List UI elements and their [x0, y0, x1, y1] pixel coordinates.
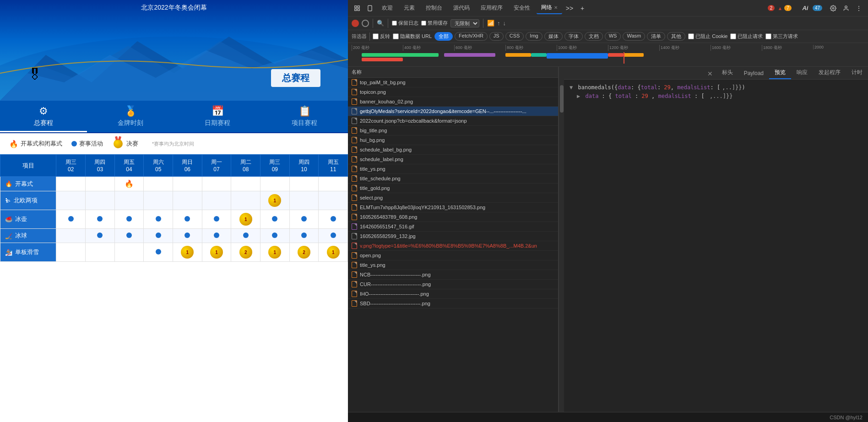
detail-tab-preview[interactable]: 预览 [769, 67, 791, 79]
detail-tab-initiator[interactable]: 发起程序 [813, 67, 846, 79]
block-cookie[interactable]: 已阻止 Cookie [688, 33, 727, 40]
filter-img[interactable]: Img [526, 32, 542, 41]
filter-divider [369, 32, 370, 41]
tab-console[interactable]: 控制台 [421, 2, 447, 14]
file-row[interactable]: schedule_label.png [348, 155, 558, 164]
file-row[interactable]: SBD------------------------------.png [348, 299, 558, 308]
detail-close-btn[interactable]: ✕ [704, 68, 716, 79]
file-row[interactable]: schedule_label_bg.png [348, 145, 558, 155]
info-badge: 47 [813, 5, 822, 11]
cache-label[interactable]: 禁用缓存 [421, 20, 448, 27]
sport-icon: 🏂 [5, 249, 12, 256]
throttle-select[interactable]: 无限制 [450, 19, 479, 27]
detail-tab-headers[interactable]: 标头 [716, 67, 738, 79]
log-label[interactable]: 保留日志 [392, 20, 418, 27]
tab-event[interactable]: 📋 项目赛程 [261, 101, 348, 132]
tab-elements[interactable]: 元素 [399, 2, 419, 14]
file-row[interactable]: CUR------------------------------.png [348, 280, 558, 289]
detail-content[interactable]: ▼ banomedals({data: {total: 29, medalsLi… [564, 80, 868, 412]
tab-gold[interactable]: 🏅 金牌时刻 [87, 101, 174, 132]
file-row[interactable]: big_title.png [348, 126, 558, 135]
filter-font[interactable]: 字体 [564, 32, 583, 41]
tab-welcome[interactable]: 欢迎 [377, 2, 397, 14]
file-row[interactable]: title_ys.png [348, 164, 558, 174]
tab-security[interactable]: 安全性 [509, 2, 535, 14]
log-checkbox[interactable] [392, 21, 397, 26]
file-row[interactable]: top_paiM_tit_bg.png [348, 78, 558, 87]
file-row[interactable]: hui_bg.png [348, 135, 558, 145]
file-row[interactable]: select.png [348, 193, 558, 203]
third-party[interactable]: 第三方请求 [765, 33, 798, 40]
filter-doc[interactable]: 文档 [585, 32, 603, 41]
activity-dot [97, 216, 103, 222]
filter-manifest[interactable]: 清单 [647, 32, 665, 41]
file-row[interactable]: title_schedule.png [348, 174, 558, 184]
detail-tab-response[interactable]: 响应 [791, 67, 813, 79]
add-tab-icon[interactable]: + [577, 3, 588, 14]
inspect-icon[interactable] [352, 3, 363, 14]
schedule-cell [114, 210, 144, 229]
hidden-data-label[interactable]: 隐藏数据 URL [393, 33, 432, 40]
user-icon[interactable] [841, 3, 852, 14]
filter-ws[interactable]: WS [605, 32, 621, 41]
file-row[interactable]: getbjOlyMedals?serviceId=2022dongao&item… [348, 107, 558, 116]
file-row[interactable]: 1605265582599_132.jpg [348, 232, 558, 241]
file-row[interactable]: NCB------------------------------.png [348, 270, 558, 280]
download-icon[interactable]: ↓ [503, 20, 506, 27]
filter-fetch[interactable]: Fetch/XHR [455, 32, 488, 41]
file-name: 2022count.jsonp?cb=ozbcallback&format=js… [360, 118, 554, 124]
block-request[interactable]: 已阻止请求 [730, 33, 763, 40]
file-list-scroll[interactable]: top_paiM_tit_bg.pngtopicon.pngbanner_kou… [348, 78, 558, 412]
detail-tab-payload[interactable]: Payload [738, 68, 769, 79]
detail-pane: ✕ 标头 Payload 预览 响应 发起程序 计时 ▼ banomedals(… [564, 67, 868, 412]
vertical-scrollbar[interactable] [559, 67, 564, 412]
file-row[interactable]: banner_kouhao_02.png [348, 97, 558, 107]
cache-checkbox[interactable] [421, 21, 426, 26]
legend-activity-label: 赛事活动 [79, 140, 103, 148]
upload-icon[interactable]: ↑ [497, 20, 500, 27]
scroll-thumb[interactable] [560, 85, 564, 113]
file-name: topicon.png [360, 89, 554, 95]
schedule-table-wrapper[interactable]: 项目 周三 02 周四 03 周五 04 [0, 154, 348, 422]
reverse-label[interactable]: 反转 [373, 33, 390, 40]
settings-icon[interactable] [828, 3, 839, 14]
detail-tab-timing[interactable]: 计时 [846, 67, 868, 79]
tab-application[interactable]: 应用程序 [476, 2, 507, 14]
filter-js[interactable]: JS [489, 32, 504, 41]
json-arrow-collapse[interactable]: ▼ [570, 84, 573, 91]
file-row[interactable]: topicon.png [348, 87, 558, 97]
filter-wasm[interactable]: Wasm [623, 32, 645, 41]
timeline-tick: 600 毫秒 [454, 45, 505, 51]
filter-all[interactable]: 全部 [434, 32, 453, 41]
timeline-area[interactable]: 200 毫秒400 毫秒600 毫秒800 毫秒1000 毫秒1200 毫秒14… [348, 43, 868, 67]
more-options-icon[interactable]: ⋮ [853, 3, 864, 14]
ai-icon[interactable]: Ai [800, 3, 811, 14]
filter-icon[interactable]: 🔍 [377, 20, 384, 27]
clear-button[interactable] [362, 20, 369, 27]
file-row[interactable]: 1605265483789_608.png [348, 212, 558, 222]
file-row[interactable]: title_gold.png [348, 184, 558, 193]
file-row[interactable]: ELMTum7xhpp8Jq8e03jIoqYK210913_163150285… [348, 203, 558, 212]
file-row[interactable]: IHO------------------------------.png [348, 289, 558, 299]
file-row[interactable]: v.png?logtype=1&title=%E6%80%BB%E8%B5%9B… [348, 241, 558, 251]
file-type-icon [352, 118, 357, 124]
tab-network-close[interactable]: ✕ [554, 5, 558, 10]
json-data-arrow[interactable]: ▶ [577, 93, 580, 99]
device-icon[interactable] [364, 3, 375, 14]
tab-network[interactable]: 网络 ✕ [537, 2, 562, 14]
svg-point-10 [832, 7, 834, 9]
file-row[interactable]: 1642605651547_516.gif [348, 222, 558, 232]
filter-media[interactable]: 媒体 [544, 32, 563, 41]
tab-date[interactable]: 📅 日期赛程 [174, 101, 261, 132]
wifi-icon[interactable]: 📶 [487, 20, 494, 27]
file-row[interactable]: 2022count.jsonp?cb=ozbcallback&format=js… [348, 116, 558, 126]
record-button[interactable] [352, 20, 359, 27]
file-type-icon [352, 108, 357, 114]
file-row[interactable]: title_ys.png [348, 260, 558, 270]
filter-other[interactable]: 其他 [667, 32, 685, 41]
file-row[interactable]: open.png [348, 251, 558, 260]
more-tabs-icon[interactable]: >> [564, 3, 575, 14]
tab-general[interactable]: ⚙ 总赛程 [0, 101, 87, 132]
filter-css[interactable]: CSS [505, 32, 524, 41]
tab-sources[interactable]: 源代码 [449, 2, 474, 14]
